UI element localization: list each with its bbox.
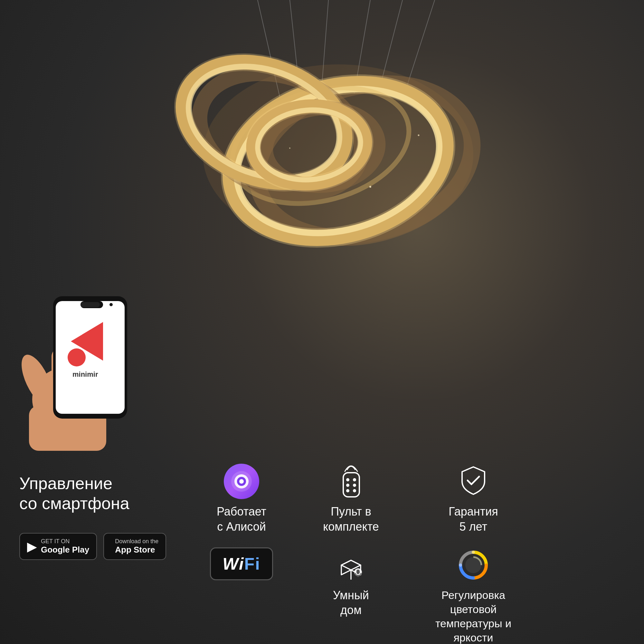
remote-icon-container [333,464,369,499]
warranty-icon-container [456,464,491,499]
smart-home-feature: Умный дом [333,547,369,618]
svg-point-22 [418,135,420,136]
svg-rect-34 [56,301,125,414]
alice-label: Работает с Алисой [217,504,266,535]
color-temp-icon-container [456,547,491,583]
alice-icon [224,464,259,499]
svg-point-50 [346,489,349,492]
google-play-icon: ▶ [27,539,37,554]
svg-point-21 [289,147,290,149]
color-temp-feature: Регулировка цветовой температуры и яркос… [435,547,511,644]
warranty-label: Гарантия 5 лет [449,504,498,535]
mid-right-column: Пульт в комплекте [296,464,406,618]
app-store-button[interactable]: Download on the App Store [103,533,166,560]
info-section: Управление со смартфона ▶ GET IT ON Goog… [0,451,644,638]
app-store-get-label: Download on the [115,538,158,545]
google-play-name: Google Play [41,545,89,555]
google-play-button[interactable]: ▶ GET IT ON Google Play [19,533,97,560]
svg-point-48 [346,484,349,487]
svg-rect-39 [81,302,100,307]
wifi-text: WiFi [223,554,260,573]
warranty-icon [457,464,489,499]
phone-hand: minimir [3,219,196,451]
svg-point-20 [369,186,371,188]
mid-left-column: Работает с Алисой WiFi [187,464,296,580]
svg-point-51 [353,489,356,492]
svg-point-37 [68,348,86,366]
svg-point-49 [353,484,356,487]
remote-icon [337,464,365,499]
smart-home-label: Умный дом [333,588,369,618]
alice-feature: Работает с Алисой [217,464,266,535]
smart-home-icon-container [333,547,369,583]
color-temp-icon [457,549,489,581]
remote-label: Пульт в комплекте [323,504,379,535]
app-store-text: Download on the App Store [115,538,158,555]
svg-rect-45 [343,473,359,497]
google-play-text: GET IT ON Google Play [41,538,89,555]
svg-point-46 [346,478,349,481]
right-column: Гарантия 5 лет [406,464,541,644]
svg-rect-56 [356,570,360,574]
svg-point-44 [239,479,244,484]
svg-point-40 [109,303,113,306]
remote-feature: Пульт в комплекте [323,464,379,535]
smart-home-icon [335,549,367,581]
color-temp-label: Регулировка цветовой температуры и яркос… [435,588,511,644]
warranty-feature: Гарантия 5 лет [449,464,498,535]
google-play-get-label: GET IT ON [41,538,89,545]
left-column: Управление со смартфона ▶ GET IT ON Goog… [19,464,187,560]
svg-point-47 [353,478,356,481]
wifi-badge: WiFi [210,547,273,580]
svg-text:minimir: minimir [72,370,98,378]
manage-text: Управление со смартфона [19,473,129,514]
wifi-feature: WiFi [210,547,273,580]
app-store-name: App Store [115,545,158,555]
store-buttons: ▶ GET IT ON Google Play Download on the … [19,533,166,560]
